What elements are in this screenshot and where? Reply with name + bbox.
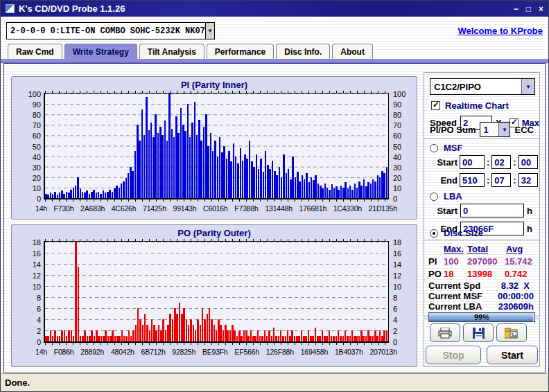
- printer-icon: [438, 328, 452, 339]
- po-max-value: 18: [444, 269, 453, 279]
- x-tick-label: 207013h: [369, 348, 397, 356]
- lba-start-input[interactable]: [460, 204, 524, 217]
- msf-separator: :: [487, 175, 489, 186]
- mode-select-dropdown-button[interactable]: ▼: [521, 79, 534, 94]
- tab-bar: Raw Cmd Write Strategy Tilt Analysis Per…: [8, 44, 373, 59]
- status-text: Done.: [5, 377, 30, 388]
- msf-separator: :: [487, 157, 489, 168]
- app-window: K's CD/DVD Probe 1.1.26 − □ × 2-0-0-0 0:…: [0, 0, 549, 392]
- x-tick-label: 131448h: [265, 204, 292, 213]
- disc-size-radio[interactable]: [430, 229, 438, 238]
- tab-disc-info[interactable]: Disc Info.: [276, 44, 330, 59]
- po-x-axis-labels: 14hF086h28892h48042h6B712h92825hBE93FhEF…: [35, 348, 397, 356]
- msf-start-frame-input[interactable]: [518, 155, 538, 169]
- lba-start-unit: h: [527, 206, 532, 216]
- stats-header-max: Max.: [444, 244, 464, 254]
- current-spd-label: Current Spd: [428, 280, 480, 291]
- pi-max-value: 100: [444, 256, 459, 267]
- x-tick-label: 28892h: [80, 348, 104, 356]
- realtime-chart-label: Realtime Chart: [445, 100, 509, 111]
- chart-options-group: C1C2/PIPO ▼ Realtime Chart Speed X Max: [424, 72, 540, 139]
- x-tick-label: 1B4037h: [335, 348, 363, 356]
- x-tick-label: 14h: [35, 348, 47, 356]
- drive-selector[interactable]: 2-0-0-0 0:LITE-ON COMBO SOHC-5232K NK07 …: [6, 22, 215, 39]
- pi-chart: PI (Parity Inner) 0102030405060708090100…: [11, 76, 417, 220]
- msf-separator: :: [513, 175, 516, 186]
- lba-label: LBA: [444, 191, 462, 202]
- pi-chart-title: PI (Parity Inner): [12, 80, 417, 90]
- folder-image-icon: [505, 328, 518, 339]
- x-tick-label: 126F88h: [266, 348, 294, 356]
- save-image-button[interactable]: [496, 323, 527, 342]
- window-controls: − □ ×: [514, 5, 543, 13]
- tab-write-strategy[interactable]: Write Strategy: [64, 44, 137, 59]
- x-tick-label: 1C4330h: [333, 204, 362, 213]
- current-msf-label: Current MSF: [428, 291, 482, 301]
- range-group: MSF Start : : End : :: [424, 138, 540, 240]
- x-tick-label: BE93Fh: [202, 348, 228, 356]
- window-title: K's CD/DVD Probe 1.1.26: [19, 3, 125, 14]
- tab-performance[interactable]: Performance: [207, 44, 274, 59]
- x-tick-label: 176681h: [299, 204, 326, 213]
- print-button[interactable]: [430, 323, 460, 342]
- msf-radio[interactable]: [430, 144, 438, 152]
- current-spd-value: 8.32 X: [501, 280, 530, 291]
- pipo-sum-value: 1: [480, 125, 498, 135]
- maximize-icon[interactable]: □: [526, 5, 531, 13]
- x-tick-label: F7388h: [234, 204, 258, 213]
- msf-end-sec-input[interactable]: [491, 173, 511, 187]
- minimize-icon[interactable]: −: [514, 5, 518, 13]
- msf-end-min-input[interactable]: [460, 173, 485, 187]
- x-tick-label: 14h: [35, 204, 47, 213]
- realtime-chart-checkbox[interactable]: [431, 101, 440, 110]
- msf-start-label: Start: [424, 157, 458, 168]
- window-body: 2-0-0-0 0:LITE-ON COMBO SOHC-5232K NK07 …: [1, 17, 548, 391]
- stats-header-avg: Avg: [506, 244, 523, 254]
- po-total-value: 13998: [467, 269, 492, 279]
- welcome-link[interactable]: Welcome to KProbe: [458, 26, 543, 36]
- mode-select-value: C1C2/PIPO: [430, 82, 521, 92]
- msf-end-label: End: [424, 175, 458, 186]
- save-button[interactable]: [463, 323, 494, 342]
- chevron-down-icon: ▼: [525, 84, 531, 90]
- start-button[interactable]: Start: [487, 346, 538, 364]
- tab-tilt-analysis[interactable]: Tilt Analysis: [139, 44, 204, 59]
- stats-header-total: Total: [467, 244, 488, 254]
- po-plot-area: [44, 241, 389, 343]
- actions-group: Stop Start: [424, 319, 540, 367]
- chevron-down-icon: ▼: [502, 127, 507, 133]
- po-row-label: PO: [428, 269, 442, 279]
- msf-label: MSF: [444, 143, 462, 153]
- x-tick-label: 48042h: [111, 348, 134, 356]
- po-avg-value: 0.742: [505, 269, 528, 279]
- ecc-label: ECC: [514, 125, 533, 135]
- x-tick-label: 2A683h: [80, 204, 105, 213]
- title-bar: K's CD/DVD Probe 1.1.26 − □ ×: [1, 1, 548, 17]
- stop-button[interactable]: Stop: [426, 346, 481, 364]
- x-tick-label: 6B712h: [141, 348, 166, 356]
- close-icon[interactable]: ×: [539, 5, 543, 13]
- msf-start-sec-input[interactable]: [491, 155, 511, 169]
- pi-total-value: 297090: [467, 256, 497, 267]
- po-chart: PO (Parity Outer) 024681012141618 024681…: [11, 224, 417, 367]
- mode-select[interactable]: C1C2/PIPO ▼: [430, 78, 535, 95]
- pipo-sum-select[interactable]: 1 ▼: [480, 122, 510, 137]
- x-tick-label: 92825h: [172, 348, 195, 356]
- po-chart-title: PO (Parity Outer): [12, 228, 417, 238]
- tab-raw-cmd[interactable]: Raw Cmd: [8, 44, 62, 59]
- current-lba-label: Current LBA: [428, 301, 482, 312]
- x-tick-label: C6016h: [203, 204, 228, 213]
- msf-separator: :: [513, 157, 516, 168]
- msf-start-min-input[interactable]: [460, 155, 485, 169]
- pipo-sum-label: PI/PO Sum: [430, 125, 476, 135]
- pi-x-axis-labels: 14hF730h2A683h4C626h71425h99143hC6016hF7…: [35, 204, 397, 213]
- lba-radio[interactable]: [430, 193, 438, 201]
- x-tick-label: F086h: [54, 348, 74, 356]
- msf-end-frame-input[interactable]: [518, 173, 538, 187]
- tab-about[interactable]: About: [332, 44, 373, 59]
- pipo-sum-dropdown-button[interactable]: ▼: [498, 123, 509, 136]
- main-panel: PI (Parity Inner) 0102030405060708090100…: [3, 63, 546, 373]
- app-icon: [6, 4, 15, 13]
- stats-group: Max. Total Avg PI 100 297090 15.742 PO 1…: [424, 240, 540, 317]
- drive-selector-dropdown-button[interactable]: ▼: [205, 23, 214, 39]
